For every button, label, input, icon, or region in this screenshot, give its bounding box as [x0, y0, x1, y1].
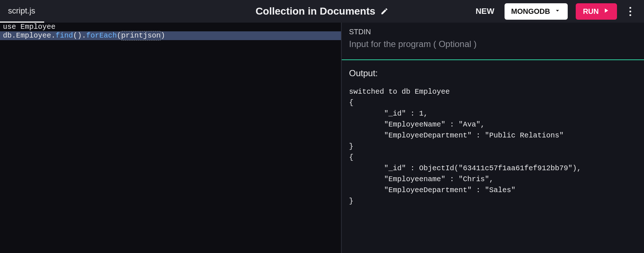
stdin-label: STDIN [349, 28, 637, 36]
play-icon [602, 7, 610, 16]
file-tab-label: script.js [8, 6, 35, 16]
code-token: db.Employee. [3, 31, 55, 40]
code-token: forEach [86, 31, 117, 40]
topbar: script.js Collection in Documents NEW MO… [0, 0, 644, 23]
page-title: Collection in Documents [256, 5, 375, 17]
code-token: (). [73, 31, 86, 40]
code-line: use Employee [0, 23, 341, 31]
run-button[interactable]: RUN [576, 3, 617, 20]
file-tab[interactable]: script.js [0, 0, 44, 23]
language-selector-label: MONGODB [511, 7, 550, 16]
chevron-down-icon [554, 7, 561, 16]
edit-title-icon[interactable] [380, 7, 388, 15]
code-editor[interactable]: use Employee db.Employee.find().forEach(… [0, 23, 341, 253]
code-line-active: db.Employee.find().forEach(printjson) [0, 31, 341, 40]
language-selector[interactable]: MONGODB [505, 3, 568, 20]
more-menu-icon[interactable] [625, 4, 635, 19]
code-token: ( [117, 31, 121, 40]
code-token: Employee [20, 23, 55, 31]
workspace: use Employee db.Employee.find().forEach(… [0, 23, 644, 253]
new-button[interactable]: NEW [474, 4, 497, 19]
run-button-label: RUN [583, 7, 599, 16]
output-section: Output: switched to db Employee { "_id" … [342, 60, 644, 214]
right-controls: NEW MONGODB RUN [474, 3, 644, 20]
output-text: switched to db Employee { "_id" : 1, "Em… [349, 86, 637, 207]
code-token: find [55, 31, 73, 40]
title-container: Collection in Documents [256, 5, 388, 17]
output-label: Output: [349, 68, 637, 78]
code-token: printjson [121, 31, 161, 40]
code-token: ) [161, 31, 165, 40]
code-token: use [3, 23, 20, 31]
stdin-section: STDIN [342, 23, 644, 60]
new-button-label: NEW [476, 7, 494, 16]
io-pane: STDIN Output: switched to db Employee { … [341, 23, 644, 253]
stdin-input[interactable] [349, 39, 637, 49]
